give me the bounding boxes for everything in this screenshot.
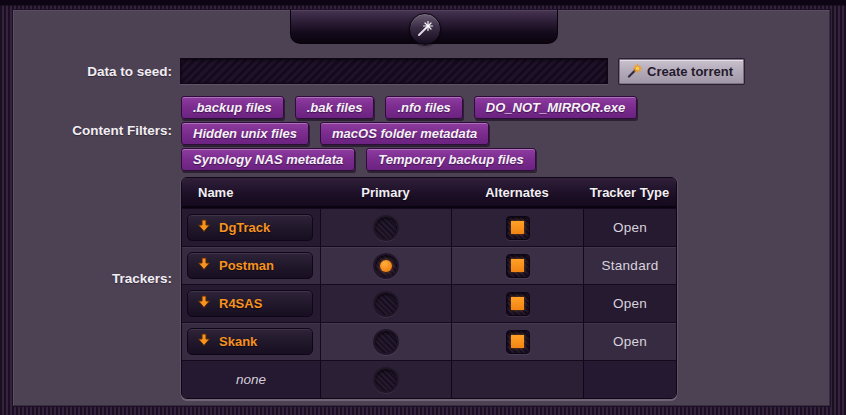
magic-wand-button[interactable] xyxy=(409,13,441,45)
tracker-name-button[interactable]: Skank xyxy=(187,328,313,355)
tracker-name-button[interactable]: DgTrack xyxy=(187,214,313,241)
primary-radio[interactable] xyxy=(373,291,399,317)
data-to-seed-input[interactable] xyxy=(180,58,608,84)
torrent-creator-tab[interactable] xyxy=(290,10,558,44)
content-filter-chip[interactable]: Synology NAS metadata xyxy=(181,148,355,171)
trackers-table-header: Name Primary Alternates Tracker Type xyxy=(182,178,676,208)
content-filter-chip[interactable]: macOS folder metadata xyxy=(320,122,489,145)
download-arrow-icon xyxy=(197,219,211,236)
content-filter-chip[interactable]: .bak files xyxy=(295,96,375,119)
column-header-primary: Primary xyxy=(320,178,451,206)
trackers-label: Trackers: xyxy=(13,271,172,286)
alternates-checkbox[interactable] xyxy=(506,330,530,354)
content-filter-chip[interactable]: DO_NOT_MIRROR.exe xyxy=(474,96,637,119)
tracker-type: Standard xyxy=(601,258,658,273)
tracker-type: Open xyxy=(613,220,647,235)
content-filter-chip[interactable]: .nfo files xyxy=(385,96,462,119)
content-filter-chip[interactable]: Hidden unix files xyxy=(181,122,309,145)
column-header-name: Name xyxy=(182,178,320,206)
alternates-checkbox[interactable] xyxy=(506,254,530,278)
create-torrent-label: Create torrent xyxy=(647,64,733,79)
tracker-none-label: none xyxy=(236,372,266,387)
create-torrent-button[interactable]: Create torrent xyxy=(619,59,744,84)
tracker-row: R4SAS Open xyxy=(182,284,676,322)
tracker-name-button[interactable]: R4SAS xyxy=(187,290,313,317)
alternates-checkbox[interactable] xyxy=(506,292,530,316)
column-header-tracker-type: Tracker Type xyxy=(583,178,676,206)
content-filters-label: Content Filters: xyxy=(13,123,172,138)
tracker-row: Skank Open xyxy=(182,322,676,360)
tracker-type: Open xyxy=(613,334,647,349)
download-arrow-icon xyxy=(197,295,211,312)
primary-radio[interactable] xyxy=(373,329,399,355)
column-header-alternates: Alternates xyxy=(451,178,583,206)
tracker-name-button[interactable]: Postman xyxy=(187,252,313,279)
download-arrow-icon xyxy=(197,257,211,274)
wand-sparkle-icon xyxy=(627,63,642,81)
primary-radio[interactable] xyxy=(373,367,399,393)
primary-radio[interactable] xyxy=(373,215,399,241)
download-arrow-icon xyxy=(197,333,211,350)
primary-radio[interactable] xyxy=(373,253,399,279)
tracker-row-none: none xyxy=(182,360,676,398)
content-filter-chips: .backup files .bak files .nfo files DO_N… xyxy=(181,96,643,171)
tracker-row: Postman Standard xyxy=(182,246,676,284)
alternates-checkbox[interactable] xyxy=(506,216,530,240)
content-filter-chip[interactable]: .backup files xyxy=(181,96,284,119)
torrent-creator-panel: Data to seed: Create torrent Content Fil… xyxy=(13,10,830,406)
trackers-table: Name Primary Alternates Tracker Type DgT… xyxy=(181,177,677,399)
data-to-seed-label: Data to seed: xyxy=(13,64,172,79)
content-filter-chip[interactable]: Temporary backup files xyxy=(366,148,535,171)
tracker-type: Open xyxy=(613,296,647,311)
tracker-row: DgTrack Open xyxy=(182,208,676,246)
